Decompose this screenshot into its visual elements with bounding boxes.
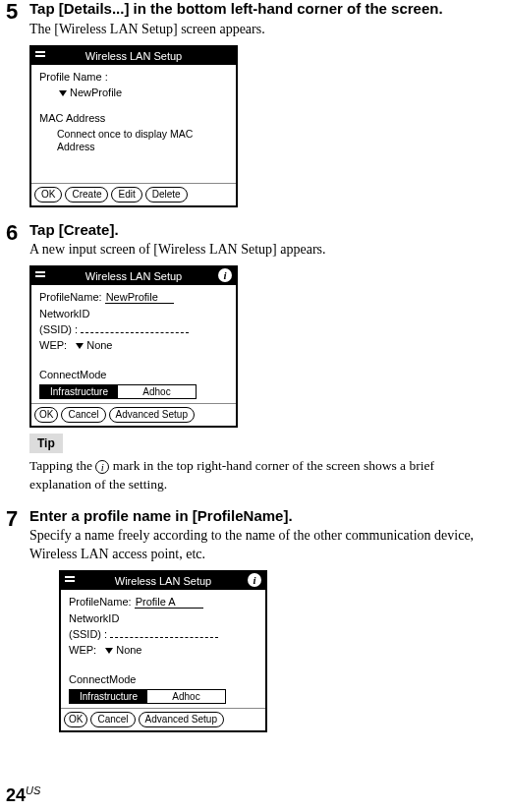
mode-infrastructure[interactable]: Infrastructure <box>40 385 118 398</box>
device-titlebar: Wireless LAN Setup <box>31 47 236 65</box>
ssid-label: (SSID) : <box>39 323 78 335</box>
tip-badge: Tip <box>29 434 63 453</box>
mode-infrastructure[interactable]: Infrastructure <box>70 690 147 703</box>
step-number: 6 <box>0 221 29 244</box>
mac-label: MAC Address <box>39 112 228 124</box>
svg-rect-2 <box>35 271 45 273</box>
wep-label: WEP: <box>69 644 96 656</box>
device-title: Wireless LAN Setup <box>115 575 211 587</box>
svg-rect-4 <box>65 576 75 578</box>
menu-icon <box>35 50 45 60</box>
svg-rect-0 <box>35 51 45 53</box>
step-body: The [Wireless LAN Setup] screen appears. <box>29 21 501 39</box>
device-title: Wireless LAN Setup <box>85 270 182 282</box>
wep-value: None <box>86 339 112 351</box>
profile-value: NewProfile <box>70 87 122 98</box>
advanced-setup-button[interactable]: Advanced Setup <box>109 407 195 423</box>
page-number: 24 <box>6 785 26 805</box>
advanced-setup-button[interactable]: Advanced Setup <box>139 712 224 727</box>
ok-button[interactable]: OK <box>64 712 87 727</box>
step-6: 6 Tap [Create]. A new input screen of [W… <box>0 221 507 493</box>
connectmode-label: ConnectMode <box>69 673 257 685</box>
cancel-button[interactable]: Cancel <box>61 407 105 423</box>
networkid-label: NetworkID <box>39 308 228 319</box>
profile-label: Profile Name : <box>39 71 228 83</box>
info-icon[interactable]: i <box>248 573 261 587</box>
mac-message: Connect once to display MAC Address <box>57 128 228 154</box>
step-heading: Tap [Details...] in the bottom left-hand… <box>29 0 501 19</box>
step-body: A new input screen of [Wireless LAN Setu… <box>29 241 501 260</box>
device-screenshot-a: Wireless LAN Setup Profile Name : NewPro… <box>29 45 238 207</box>
device-titlebar: Wireless LAN Setup i <box>61 572 265 590</box>
ok-button[interactable]: OK <box>34 407 58 423</box>
create-button[interactable]: Create <box>65 187 108 203</box>
step-7: 7 Enter a profile name in [ProfileName].… <box>0 507 507 733</box>
info-icon[interactable]: i <box>218 268 232 282</box>
menu-icon <box>35 270 45 280</box>
svg-rect-3 <box>35 275 45 277</box>
step-heading: Enter a profile name in [ProfileName]. <box>29 507 501 526</box>
svg-rect-5 <box>65 580 75 582</box>
device-titlebar: Wireless LAN Setup i <box>31 267 236 285</box>
cancel-button[interactable]: Cancel <box>90 712 135 727</box>
device-buttonbar: OK Cancel Advanced Setup <box>31 403 236 426</box>
tip-text: Tapping the i mark in the top right-hand… <box>29 457 507 493</box>
wep-value: None <box>116 644 141 656</box>
profile-label: ProfileName: <box>69 596 132 608</box>
chevron-down-icon <box>105 648 113 654</box>
delete-button[interactable]: Delete <box>145 187 188 203</box>
profile-input[interactable]: Profile A <box>135 596 203 609</box>
device-title: Wireless LAN Setup <box>85 50 182 62</box>
ssid-label: (SSID) : <box>69 628 107 640</box>
networkid-label: NetworkID <box>69 612 257 624</box>
wep-dropdown[interactable]: None <box>105 644 141 656</box>
chevron-down-icon <box>59 90 67 96</box>
connectmode-toggle[interactable]: Infrastructure Adhoc <box>39 384 197 399</box>
tip-text-pre: Tapping the <box>29 458 95 473</box>
device-buttonbar: OK Cancel Advanced Setup <box>61 708 265 730</box>
wep-label: WEP: <box>39 339 67 351</box>
connectmode-label: ConnectMode <box>39 369 228 380</box>
step-number: 7 <box>0 507 29 530</box>
wep-dropdown[interactable]: None <box>76 339 112 351</box>
step-number: 5 <box>0 0 29 23</box>
device-screenshot-c: Wireless LAN Setup i ProfileName: Profil… <box>59 570 267 732</box>
menu-icon <box>65 575 75 585</box>
step-5: 5 Tap [Details...] in the bottom left-ha… <box>0 0 507 207</box>
profile-input[interactable]: NewProfile <box>105 291 174 304</box>
page-suffix: US <box>26 784 40 796</box>
profile-dropdown[interactable]: NewProfile <box>59 87 122 98</box>
mode-adhoc[interactable]: Adhoc <box>147 690 225 703</box>
step-body: Specify a name freely according to the n… <box>29 527 501 564</box>
device-screenshot-b: Wireless LAN Setup i ProfileName: NewPro… <box>29 265 238 428</box>
device-buttonbar: OK Create Edit Delete <box>31 183 236 205</box>
ssid-input[interactable] <box>110 628 218 638</box>
connectmode-toggle[interactable]: Infrastructure Adhoc <box>69 689 226 704</box>
info-icon: i <box>95 460 109 474</box>
profile-label: ProfileName: <box>39 291 102 303</box>
chevron-down-icon <box>76 343 84 349</box>
edit-button[interactable]: Edit <box>111 187 141 203</box>
ssid-input[interactable] <box>81 323 189 333</box>
svg-rect-1 <box>35 55 45 57</box>
ok-button[interactable]: OK <box>34 187 62 203</box>
page-footer: 24US <box>6 784 40 806</box>
step-heading: Tap [Create]. <box>29 221 501 240</box>
mode-adhoc[interactable]: Adhoc <box>118 385 196 398</box>
